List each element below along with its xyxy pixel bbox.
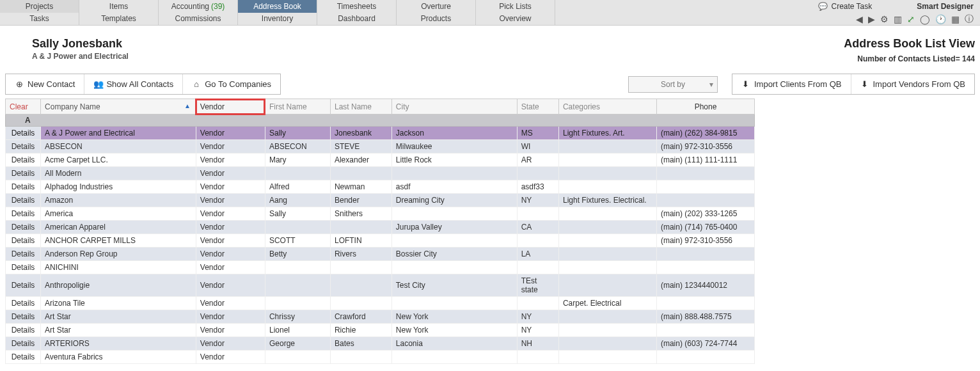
company-cell: Anderson Rep Group bbox=[41, 248, 196, 261]
home-icon: ⌂ bbox=[192, 79, 201, 89]
top-nav: ProjectsTasksItemsTemplatesAccounting (3… bbox=[0, 0, 980, 26]
details-cell[interactable]: Details bbox=[6, 221, 41, 234]
user-icon[interactable]: ◯ bbox=[920, 14, 930, 24]
details-cell[interactable]: Details bbox=[6, 194, 41, 207]
city-cell bbox=[391, 261, 517, 274]
state-cell: LA bbox=[517, 248, 558, 261]
nav-prev-icon[interactable]: ◀ bbox=[856, 14, 863, 24]
table-row[interactable]: DetailsABSECONVendorABSECONSTEVEMilwauke… bbox=[6, 140, 755, 154]
import-vendors-button[interactable]: ⬇ Import Vendors From QB bbox=[851, 74, 975, 94]
table-row[interactable]: DetailsAnthropoligieVendorTest CityTEst … bbox=[6, 274, 755, 297]
first-cell bbox=[265, 221, 330, 234]
details-cell[interactable]: Details bbox=[6, 337, 41, 351]
details-cell[interactable]: Details bbox=[6, 274, 41, 297]
table-row[interactable]: DetailsArt StarVendorChrissyCrawfordNew … bbox=[6, 310, 755, 324]
state-cell bbox=[517, 261, 558, 274]
table-row[interactable]: DetailsAmazonVendorAangBenderDreaming Ci… bbox=[6, 194, 755, 207]
table-row[interactable]: DetailsA & J Power and ElectricalVendorS… bbox=[6, 127, 755, 140]
nav-tab-dashboard[interactable]: Dashboard bbox=[317, 13, 397, 26]
details-cell[interactable]: Details bbox=[6, 324, 41, 337]
table-row[interactable]: DetailsAlphadog IndustriesVendorAlfredNe… bbox=[6, 180, 755, 194]
vendor-header[interactable]: Vendor bbox=[196, 99, 265, 114]
details-cell[interactable]: Details bbox=[6, 154, 41, 167]
details-cell[interactable]: Details bbox=[6, 127, 41, 140]
sort-by-dropdown[interactable]: Sort by bbox=[628, 76, 718, 93]
nav-tab-tasks[interactable]: Tasks bbox=[0, 13, 79, 26]
table-row[interactable]: DetailsAmericaVendorSallySnithers(main) … bbox=[6, 207, 755, 221]
details-cell[interactable]: Details bbox=[6, 207, 41, 221]
table-row[interactable]: DetailsArizona TileVendorCarpet. Electri… bbox=[6, 297, 755, 310]
details-cell[interactable]: Details bbox=[6, 140, 41, 154]
nav-tab-accounting[interactable]: Accounting (39) bbox=[159, 0, 238, 13]
company-cell: Art Star bbox=[41, 310, 196, 324]
nav-tab-overview[interactable]: Overview bbox=[476, 13, 555, 26]
table-row[interactable]: DetailsARTERIORSVendorGeorgeBatesLaconia… bbox=[6, 337, 755, 351]
table-row[interactable]: DetailsAnderson Rep GroupVendorBettyRive… bbox=[6, 248, 755, 261]
last-cell: Bender bbox=[330, 194, 391, 207]
cat-cell: Light Fixtures. Art. bbox=[558, 127, 656, 140]
last-name-header[interactable]: Last Name bbox=[330, 99, 391, 114]
nav-tab-projects[interactable]: Projects bbox=[0, 0, 79, 13]
go-to-companies-button[interactable]: ⌂ Go To Companies bbox=[183, 74, 280, 94]
table-row[interactable]: DetailsANICHINIVendor bbox=[6, 261, 755, 274]
type-cell: Vendor bbox=[196, 167, 265, 180]
cat-cell bbox=[558, 248, 656, 261]
table-row[interactable]: DetailsArt StarVendorLionelRichieNew Yor… bbox=[6, 324, 755, 337]
table-row[interactable]: DetailsAll ModernVendor bbox=[6, 167, 755, 180]
type-cell: Vendor bbox=[196, 154, 265, 167]
table-row[interactable]: DetailsAcme Carpet LLC.VendorMaryAlexand… bbox=[6, 154, 755, 167]
details-cell[interactable]: Details bbox=[6, 167, 41, 180]
section-row: A bbox=[6, 114, 755, 127]
details-cell[interactable]: Details bbox=[6, 351, 41, 364]
nav-tab-templates[interactable]: Templates bbox=[79, 13, 159, 26]
categories-header[interactable]: Categories bbox=[558, 99, 656, 114]
cat-cell bbox=[558, 234, 656, 248]
create-task-button[interactable]: 💬 Create Task bbox=[818, 0, 872, 13]
new-contact-button[interactable]: ⊕ New Contact bbox=[6, 74, 84, 94]
nav-tab-items[interactable]: Items bbox=[79, 0, 159, 13]
nav-next-icon[interactable]: ▶ bbox=[868, 14, 875, 24]
details-cell[interactable]: Details bbox=[6, 180, 41, 194]
last-cell: Newman bbox=[330, 180, 391, 194]
nav-tab-address-book[interactable]: Address Book bbox=[238, 0, 317, 13]
cat-cell bbox=[558, 351, 656, 364]
details-cell[interactable]: Details bbox=[6, 261, 41, 274]
details-cell[interactable]: Details bbox=[6, 248, 41, 261]
contacts-table: Clear Company Name Vendor First Name Las… bbox=[5, 99, 755, 364]
nav-tab-timesheets[interactable]: Timesheets bbox=[317, 0, 397, 13]
expand-icon[interactable]: ⤢ bbox=[907, 14, 915, 24]
details-cell[interactable]: Details bbox=[6, 297, 41, 310]
last-cell bbox=[330, 167, 391, 180]
last-cell: Snithers bbox=[330, 207, 391, 221]
cat-cell bbox=[558, 337, 656, 351]
nav-tab-inventory[interactable]: Inventory bbox=[238, 13, 317, 26]
clock-icon[interactable]: 🕐 bbox=[935, 14, 946, 24]
first-cell: ABSECON bbox=[265, 140, 330, 154]
gear-icon[interactable]: ⚙ bbox=[880, 14, 889, 24]
first-cell: Betty bbox=[265, 248, 330, 261]
table-row[interactable]: DetailsANCHOR CARPET MILLSVendorSCOTTLOF… bbox=[6, 234, 755, 248]
table-wrap: Clear Company Name Vendor First Name Las… bbox=[0, 99, 980, 369]
details-cell[interactable]: Details bbox=[6, 310, 41, 324]
nav-tab-overture[interactable]: Overture bbox=[397, 0, 476, 13]
nav-tab-products[interactable]: Products bbox=[397, 13, 476, 26]
info-icon[interactable]: ⓘ bbox=[965, 13, 974, 25]
city-header[interactable]: City bbox=[391, 99, 517, 114]
grid-icon[interactable]: ▦ bbox=[951, 14, 960, 24]
phone-header[interactable]: Phone bbox=[656, 99, 754, 114]
clear-header[interactable]: Clear bbox=[6, 99, 41, 114]
table-row[interactable]: DetailsAmerican ApparelVendorJurupa Vall… bbox=[6, 221, 755, 234]
import-clients-button[interactable]: ⬇ Import Clients From QB bbox=[732, 74, 851, 94]
state-header[interactable]: State bbox=[517, 99, 558, 114]
show-all-contacts-button[interactable]: 👥 Show All Contacts bbox=[84, 74, 183, 94]
table-row[interactable]: DetailsAventura FabricsVendor bbox=[6, 351, 755, 364]
first-cell: Aang bbox=[265, 194, 330, 207]
details-cell[interactable]: Details bbox=[6, 234, 41, 248]
nav-tab-pick-lists[interactable]: Pick Lists bbox=[476, 0, 555, 13]
layout-icon[interactable]: ▥ bbox=[894, 14, 902, 24]
first-name-header[interactable]: First Name bbox=[265, 99, 330, 114]
company-header[interactable]: Company Name bbox=[41, 99, 196, 114]
company-cell: American Apparel bbox=[41, 221, 196, 234]
state-cell: TEst state bbox=[517, 274, 558, 297]
nav-tab-commissions[interactable]: Commissions bbox=[159, 13, 238, 26]
